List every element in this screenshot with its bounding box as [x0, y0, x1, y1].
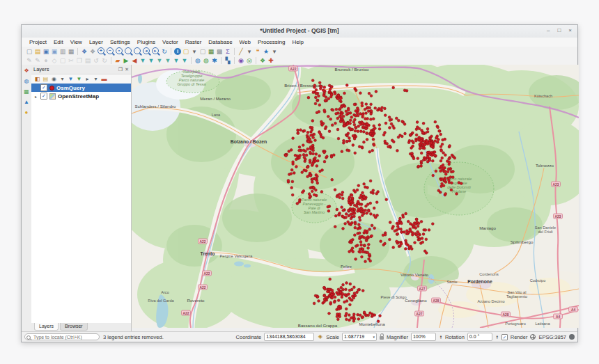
delete-selected-icon[interactable]: ▢ — [59, 56, 67, 65]
remove-layer-icon[interactable]: ▬ — [100, 75, 108, 83]
refresh-map-icon[interactable]: ↻ — [160, 47, 169, 56]
panel-tab-layers[interactable]: Layers — [34, 323, 59, 331]
zoom-to-layer-icon[interactable] — [134, 47, 141, 54]
map-canvas[interactable]: Schlanders / SilandroMeran / MeranoLanaB… — [132, 65, 579, 328]
new-bookmark-icon[interactable]: ★ — [262, 47, 270, 56]
rotate-label-icon[interactable]: ▼ — [172, 56, 180, 65]
menu-item-edit[interactable]: Edit — [50, 39, 67, 45]
zoom-last-icon[interactable]: ◂ — [143, 47, 150, 54]
toggle-editing-icon[interactable]: ✎ — [25, 56, 33, 65]
zoom-out-icon[interactable]: − — [107, 47, 114, 54]
change-label-icon[interactable]: ▼ — [180, 56, 189, 65]
crs-status[interactable]: EPSG:3857 — [538, 334, 566, 340]
zoom-in-icon[interactable]: + — [98, 47, 104, 54]
menu-item-layer[interactable]: Layer — [86, 39, 107, 45]
add-mesh-layer-icon[interactable]: ▲ — [23, 98, 31, 106]
menu-item-view[interactable]: View — [67, 39, 86, 45]
data-source-manager-icon[interactable]: ❖ — [23, 67, 31, 74]
undo-icon[interactable]: ↺ — [92, 56, 100, 65]
map-tips-icon[interactable]: ❝ — [254, 47, 262, 56]
paste-features-icon[interactable]: ▤ — [84, 56, 92, 65]
menu-item-web[interactable]: Web — [236, 39, 254, 45]
plugin-green-icon[interactable]: ❖ — [258, 56, 267, 65]
select-dropdown-icon[interactable]: ▾ — [190, 47, 199, 56]
python-console-icon[interactable]: ▚ — [224, 56, 232, 65]
move-label-icon[interactable]: ▼ — [164, 56, 172, 65]
measure-icon[interactable]: ╱ — [237, 47, 245, 56]
plugin-red-icon[interactable]: ✚ — [267, 56, 275, 65]
rotation-spinner[interactable]: ▲▼ — [496, 335, 499, 340]
add-delimited-text-icon[interactable]: ● — [23, 109, 31, 116]
magnifier-spinner[interactable]: ▲▼ — [439, 335, 442, 340]
redo-icon[interactable]: ↻ — [100, 56, 109, 65]
layer-styling-icon[interactable]: ◧ — [33, 75, 41, 83]
measure-dropdown-icon[interactable]: ▾ — [245, 47, 254, 56]
deselect-features-icon[interactable]: ▢ — [199, 47, 207, 56]
quickosm-icon[interactable]: ▰ — [114, 56, 122, 65]
cut-features-icon[interactable]: ✂ — [67, 56, 75, 65]
filter-legend-icon[interactable]: ▼ — [67, 75, 75, 83]
panel-tab-browser[interactable]: Browser — [60, 323, 88, 331]
menu-item-database[interactable]: Database — [205, 39, 235, 45]
zoom-full-icon[interactable]: ▪ — [116, 47, 123, 54]
map-svg[interactable]: Schlanders / SilandroMeran / MeranoLanaB… — [132, 65, 579, 328]
extents-toggle-icon[interactable]: ◈ — [317, 334, 323, 340]
osm-upload-icon[interactable]: ◀ — [130, 56, 139, 65]
open-attribute-table-icon[interactable]: ▦ — [207, 47, 215, 56]
select-features-icon[interactable]: ▢ — [182, 47, 190, 56]
metasearch-icon[interactable]: ◍ — [194, 56, 202, 65]
field-calculator-icon[interactable]: ▩ — [215, 47, 224, 56]
pin-labels-icon[interactable]: ▼ — [147, 56, 155, 65]
add-group-icon[interactable]: ▤ — [42, 75, 49, 83]
processing-toolbox-icon[interactable]: ✱ — [210, 56, 219, 65]
osm-download-icon[interactable]: ▶ — [122, 56, 130, 65]
render-checkbox[interactable]: ✓ — [501, 334, 508, 340]
pan-map-icon[interactable]: ❖ — [80, 47, 88, 56]
highlight-labels-icon[interactable]: ▼ — [155, 56, 164, 65]
lock-scale-icon[interactable] — [380, 336, 384, 340]
scale-combo[interactable]: 1:687719▾ — [342, 333, 377, 341]
layout-manager-icon[interactable]: ▦ — [67, 47, 75, 56]
menu-item-settings[interactable]: Settings — [107, 39, 134, 45]
menu-item-project[interactable]: Project — [26, 39, 50, 45]
rotation-input[interactable]: 0.0 ° — [467, 333, 492, 341]
scale-dropdown-icon[interactable]: ▾ — [373, 333, 375, 340]
layer-expander-icon[interactable]: ▸ — [33, 94, 38, 99]
quickmapservices-icon[interactable]: ◍ — [202, 56, 210, 65]
save-layer-edits-icon[interactable]: ✎ — [33, 56, 42, 65]
layer-item-osmquery[interactable]: ✓OsmQuery — [31, 84, 131, 92]
new-project-icon[interactable]: ▢ — [25, 47, 33, 56]
statistical-summary-icon[interactable]: Σ — [224, 47, 232, 56]
filter-expression-icon[interactable]: ▼ — [75, 75, 83, 83]
add-feature-icon[interactable]: ● — [42, 56, 50, 65]
expand-all-icon[interactable]: ▸ — [84, 75, 91, 83]
save-project-as-icon[interactable]: ▣ — [50, 47, 59, 56]
magnifier-input[interactable]: 100% — [411, 333, 436, 341]
menu-item-processing[interactable]: Processing — [254, 39, 289, 45]
menu-item-raster[interactable]: Raster — [182, 39, 205, 45]
pan-to-selection-icon[interactable]: ❖ — [88, 47, 97, 56]
copy-features-icon[interactable]: ❐ — [75, 56, 84, 65]
log-messages-icon[interactable] — [569, 334, 575, 340]
layer-visibility-checkbox[interactable]: ✓ — [40, 84, 47, 91]
menu-item-help[interactable]: Help — [288, 39, 306, 45]
zoom-to-selection-icon[interactable] — [125, 47, 132, 54]
maximize-button[interactable]: □ — [557, 27, 561, 33]
layer-visibility-checkbox[interactable]: ✓ — [40, 93, 47, 100]
coordinate-input[interactable]: 1344188,5863084 — [264, 333, 314, 341]
close-button[interactable]: × — [568, 27, 572, 33]
panel-undock-icon[interactable]: ❐ — [118, 67, 123, 72]
add-raster-layer-icon[interactable]: ▦ — [23, 88, 31, 95]
minimize-button[interactable]: – — [547, 27, 550, 33]
show-labels-icon[interactable]: ▼ — [139, 56, 147, 65]
layer-item-openstreetmap[interactable]: ▸✓OpenStreetMap — [31, 92, 131, 100]
collapse-all-icon[interactable]: ▾ — [92, 75, 100, 83]
map-themes-icon[interactable]: ◉ — [50, 75, 58, 83]
save-project-icon[interactable]: ▣ — [42, 47, 50, 56]
show-bookmarks-icon[interactable]: ▾ — [270, 47, 279, 56]
open-project-icon[interactable]: ▤ — [33, 47, 42, 56]
nominatim-icon[interactable]: ◎ — [245, 56, 254, 65]
zoom-next-icon[interactable]: ▸ — [152, 47, 159, 54]
identify-features-icon[interactable]: i — [174, 48, 181, 55]
title-bar[interactable]: *Untitled Project - QGIS [tm] – □ × — [22, 25, 577, 38]
